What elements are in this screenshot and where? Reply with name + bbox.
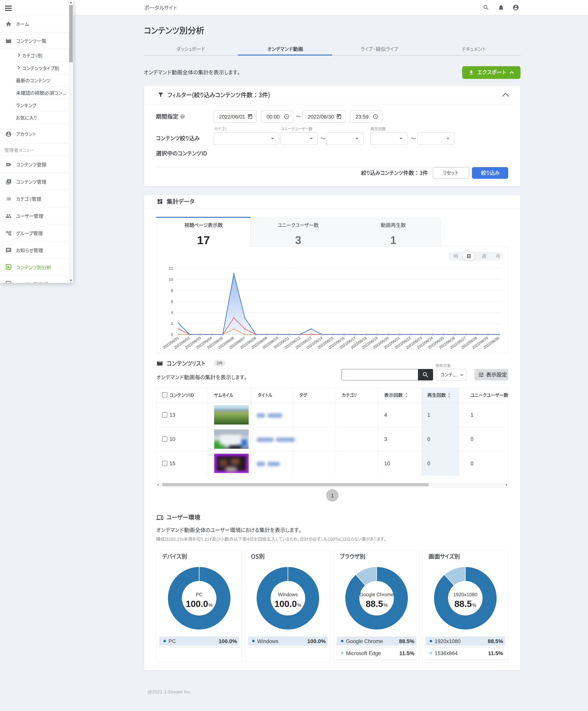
svg-text:6: 6 bbox=[171, 299, 173, 304]
svg-text:12: 12 bbox=[169, 266, 173, 271]
svg-text:2: 2 bbox=[171, 321, 173, 326]
svg-text:4: 4 bbox=[171, 310, 173, 315]
svg-text:0: 0 bbox=[171, 332, 173, 337]
svg-text:8: 8 bbox=[171, 288, 173, 293]
svg-text:10: 10 bbox=[169, 277, 173, 282]
